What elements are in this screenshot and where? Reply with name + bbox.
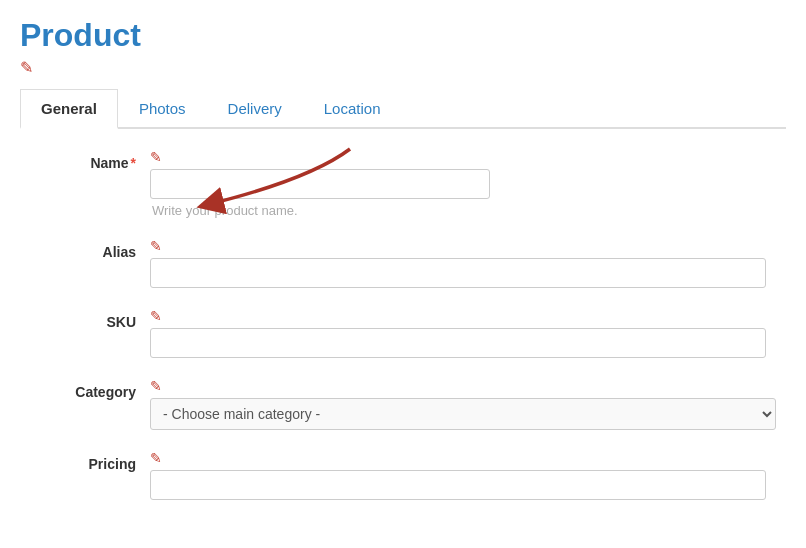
field-row-name: Name* ✎ Write your product name. — [30, 149, 776, 218]
tab-general[interactable]: General — [20, 89, 118, 129]
field-wrapper-pricing: ✎ — [150, 450, 776, 500]
field-row-pricing: Pricing ✎ — [30, 450, 776, 500]
title-edit-icon[interactable]: ✎ — [20, 58, 33, 77]
field-row-alias: Alias ✎ — [30, 238, 776, 288]
required-indicator: * — [131, 155, 136, 171]
page-title: Product — [20, 16, 786, 54]
category-select[interactable]: - Choose main category - — [150, 398, 776, 430]
field-wrapper-sku: ✎ — [150, 308, 776, 358]
label-pricing: Pricing — [30, 450, 150, 472]
label-alias: Alias — [30, 238, 150, 260]
page-wrapper: Product ✎ General Photos Delivery Locati… — [0, 0, 806, 536]
edit-icon-name[interactable]: ✎ — [150, 149, 776, 165]
tab-delivery[interactable]: Delivery — [207, 89, 303, 129]
label-sku: SKU — [30, 308, 150, 330]
alias-input[interactable] — [150, 258, 766, 288]
tabs-bar: General Photos Delivery Location — [20, 89, 786, 129]
name-hint: Write your product name. — [152, 203, 776, 218]
edit-icon-sku[interactable]: ✎ — [150, 308, 776, 324]
field-wrapper-category: ✎ - Choose main category - — [150, 378, 776, 430]
name-input[interactable] — [150, 169, 490, 199]
label-category: Category — [30, 378, 150, 400]
field-wrapper-alias: ✎ — [150, 238, 776, 288]
edit-icon-pricing[interactable]: ✎ — [150, 450, 776, 466]
pricing-input[interactable] — [150, 470, 766, 500]
edit-icon-category[interactable]: ✎ — [150, 378, 776, 394]
field-row-sku: SKU ✎ — [30, 308, 776, 358]
form-section: Name* ✎ Write your product name. Alias — [20, 149, 786, 500]
tab-photos[interactable]: Photos — [118, 89, 207, 129]
field-wrapper-name: ✎ Write your product name. — [150, 149, 776, 218]
tab-location[interactable]: Location — [303, 89, 402, 129]
field-row-category: Category ✎ - Choose main category - — [30, 378, 776, 430]
sku-input[interactable] — [150, 328, 766, 358]
edit-icon-alias[interactable]: ✎ — [150, 238, 776, 254]
label-name: Name* — [30, 149, 150, 171]
